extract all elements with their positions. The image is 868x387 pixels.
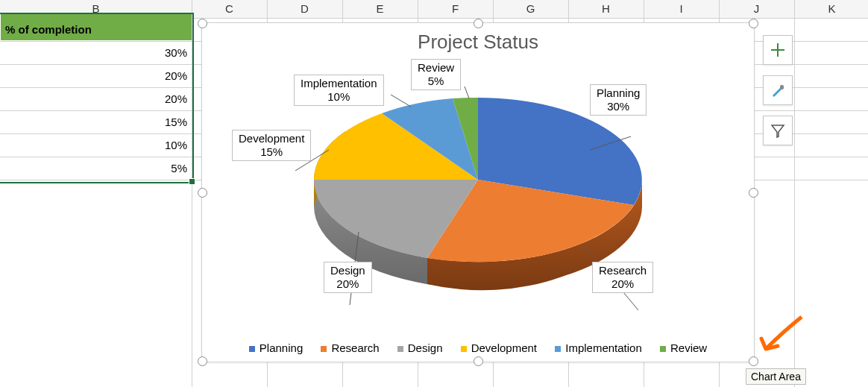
label-rev-name: Review bbox=[418, 61, 454, 74]
label-research[interactable]: Research 20% bbox=[592, 262, 653, 293]
svg-line-5 bbox=[465, 86, 469, 98]
column-header-j[interactable]: J bbox=[719, 0, 795, 18]
paintbrush-icon bbox=[770, 82, 786, 98]
label-planning[interactable]: Planning 30% bbox=[590, 84, 647, 116]
label-dev-value: 15% bbox=[260, 145, 283, 158]
label-impl-name: Implementation bbox=[301, 77, 377, 89]
cell-b3[interactable]: 20% bbox=[0, 64, 192, 87]
label-design-value: 20% bbox=[336, 277, 359, 290]
label-research-name: Research bbox=[599, 264, 647, 277]
chart-legend[interactable]: Planning Research Design Development Imp… bbox=[202, 342, 754, 354]
chart-object[interactable]: Project Status bbox=[201, 22, 755, 362]
cell-b6[interactable]: 10% bbox=[0, 133, 192, 157]
chart-area-tooltip: Chart Area bbox=[746, 368, 806, 385]
column-header-h[interactable]: H bbox=[568, 0, 644, 18]
resize-handle-e[interactable] bbox=[749, 188, 758, 198]
label-dev-name: Development bbox=[239, 132, 304, 145]
column-header-g[interactable]: G bbox=[493, 0, 569, 18]
resize-handle-s[interactable] bbox=[474, 356, 483, 366]
resize-handle-w[interactable] bbox=[198, 188, 207, 198]
label-implementation[interactable]: Implementation 10% bbox=[294, 75, 384, 106]
cell-b4[interactable]: 20% bbox=[0, 87, 192, 110]
label-research-value: 20% bbox=[611, 277, 634, 290]
label-development[interactable]: Development 15% bbox=[232, 130, 311, 161]
chart-styles-button[interactable] bbox=[763, 75, 793, 105]
resize-handle-ne[interactable] bbox=[749, 19, 758, 28]
column-header-f[interactable]: F bbox=[418, 0, 494, 18]
chart-quick-tools bbox=[763, 35, 793, 145]
resize-handle-sw[interactable] bbox=[198, 356, 207, 366]
label-rev-value: 5% bbox=[428, 75, 444, 87]
legend-review[interactable]: Review bbox=[660, 342, 707, 354]
cell-b2[interactable]: 30% bbox=[0, 41, 192, 64]
resize-handle-n[interactable] bbox=[474, 19, 483, 28]
label-planning-value: 30% bbox=[607, 100, 629, 113]
label-design-name: Design bbox=[330, 264, 365, 277]
label-design[interactable]: Design 20% bbox=[324, 262, 372, 293]
excel-viewport: B C D E F G H I J K % of completion 30% … bbox=[0, 0, 868, 387]
funnel-icon bbox=[770, 122, 786, 139]
column-header-k[interactable]: K bbox=[794, 0, 868, 18]
plus-icon bbox=[770, 42, 786, 58]
label-review[interactable]: Review 5% bbox=[411, 59, 461, 90]
legend-research[interactable]: Research bbox=[321, 342, 379, 354]
column-header-e[interactable]: E bbox=[342, 0, 418, 18]
column-header-d[interactable]: D bbox=[267, 0, 343, 18]
label-impl-value: 10% bbox=[327, 90, 350, 103]
cell-b5[interactable]: 15% bbox=[0, 110, 192, 133]
cell-b7[interactable]: 5% bbox=[0, 157, 192, 180]
column-header-c[interactable]: C bbox=[192, 0, 268, 18]
chart-elements-button[interactable] bbox=[763, 35, 793, 65]
legend-design[interactable]: Design bbox=[397, 342, 443, 354]
table-header-completion[interactable]: % of completion bbox=[0, 13, 192, 41]
svg-rect-8 bbox=[780, 85, 784, 89]
column-header-i[interactable]: I bbox=[644, 0, 720, 18]
chart-title[interactable]: Project Status bbox=[202, 31, 754, 54]
legend-development[interactable]: Development bbox=[461, 342, 537, 354]
svg-line-4 bbox=[391, 95, 411, 107]
resize-handle-nw[interactable] bbox=[198, 19, 207, 28]
label-planning-name: Planning bbox=[597, 86, 640, 99]
legend-implementation[interactable]: Implementation bbox=[555, 342, 642, 354]
annotation-arrow-icon bbox=[757, 313, 809, 358]
legend-planning[interactable]: Planning bbox=[249, 342, 303, 354]
chart-filters-button[interactable] bbox=[763, 116, 793, 145]
